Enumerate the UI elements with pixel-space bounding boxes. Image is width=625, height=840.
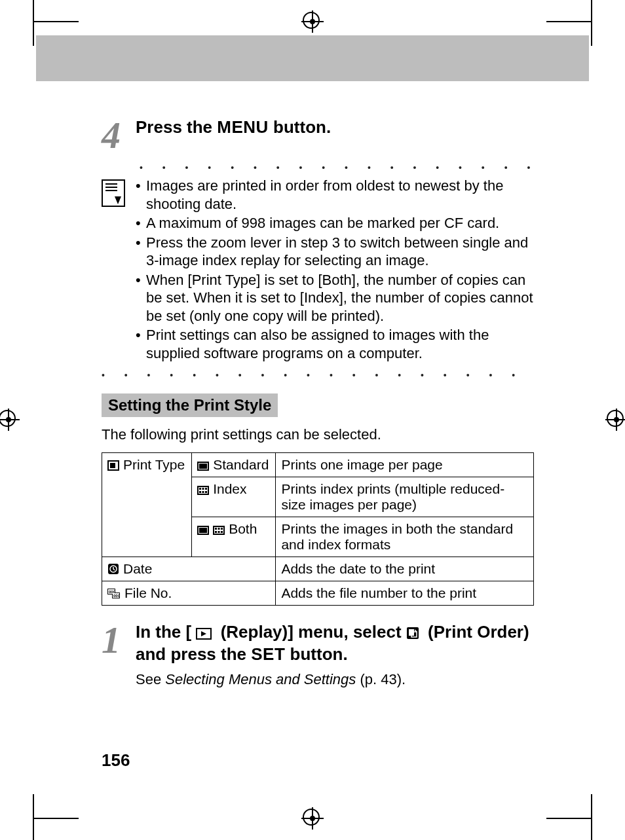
table-row: Date Adds the date to the print: [102, 557, 534, 581]
note-item: When [Print Type] is set to [Both], the …: [136, 271, 534, 325]
registration-target-left: [0, 409, 20, 431]
cell-both: Both: [192, 517, 276, 557]
standard-icon: [197, 462, 209, 471]
svg-rect-12: [199, 528, 207, 533]
svg-rect-1: [110, 463, 115, 468]
cell-fileno: 000000 File No.: [102, 581, 276, 606]
cell-index: Index: [192, 477, 276, 517]
step-4-text: Press the MENU button.: [136, 117, 534, 139]
note-item: Print settings can also be assigned to i…: [136, 326, 534, 362]
section-intro: The following print settings can be sele…: [102, 426, 534, 443]
note-list: Images are printed in order from oldest …: [136, 177, 534, 363]
svg-rect-16: [221, 528, 223, 530]
svg-rect-31: [409, 629, 414, 636]
standard-icon: [197, 526, 209, 535]
cell-both-desc: Prints the images in both the standard a…: [276, 517, 534, 557]
table-row: Print Type Standard Prints one image per…: [102, 453, 534, 477]
svg-rect-15: [218, 528, 220, 530]
note-item: A maximum of 998 images can be marked pe…: [136, 214, 534, 232]
svg-rect-18: [218, 531, 220, 533]
svg-rect-10: [205, 491, 207, 493]
svg-rect-6: [202, 488, 204, 490]
svg-rect-14: [215, 528, 217, 530]
cell-date: Date: [102, 557, 276, 581]
step-1-subtext: See Selecting Menus and Settings (p. 43)…: [136, 671, 534, 688]
step-number-1: 1: [102, 625, 128, 655]
note-item: Press the zoom lever in step 3 to switch…: [136, 234, 534, 270]
svg-rect-7: [205, 488, 207, 490]
svg-rect-8: [199, 491, 201, 493]
page-number: 156: [102, 750, 130, 771]
section-title: Setting the Print Style: [102, 393, 278, 417]
step-number-4: 4: [102, 120, 128, 151]
registration-target-top: [301, 10, 324, 33]
cell-standard-desc: Prints one image per page: [276, 453, 534, 477]
cell-fileno-desc: Adds the file number to the print: [276, 581, 534, 606]
index-icon: [213, 526, 225, 535]
date-icon: [107, 563, 119, 575]
cell-standard: Standard: [192, 453, 276, 477]
note-item: Images are printed in order from oldest …: [136, 177, 534, 213]
svg-rect-9: [202, 491, 204, 493]
print-type-icon: [107, 460, 119, 471]
print-settings-table: Print Type Standard Prints one image per…: [102, 452, 534, 606]
table-row: 000000 File No. Adds the file number to …: [102, 581, 534, 606]
svg-rect-13: [214, 526, 224, 534]
index-icon: [197, 486, 209, 495]
replay-icon: [196, 628, 212, 640]
step-1-text: In the [ (Replay)] menu, select (Print O…: [136, 621, 534, 666]
svg-rect-19: [221, 531, 223, 533]
registration-target-right: [605, 409, 625, 431]
file-no-icon: 000000: [107, 589, 121, 599]
print-order-icon: [406, 627, 419, 640]
cell-date-desc: Adds the date to the print: [276, 557, 534, 581]
svg-rect-4: [198, 486, 208, 494]
step-4: 4 Press the MENU button.: [102, 117, 534, 151]
registration-target-bottom: [301, 807, 324, 830]
svg-rect-5: [199, 488, 201, 490]
svg-rect-3: [199, 464, 207, 469]
header-banner: [36, 35, 589, 81]
cell-print-type: Print Type: [102, 453, 192, 557]
set-label: SET: [251, 644, 285, 664]
svg-marker-29: [201, 631, 206, 636]
svg-text:000: 000: [113, 594, 121, 598]
svg-rect-17: [215, 531, 217, 533]
cell-index-desc: Prints index prints (multiple reduced-si…: [276, 477, 534, 517]
divider-dots-top: • • • • • • • • • • • • • • • • • • • • …: [140, 162, 534, 173]
step-1: 1 In the [ (Replay)] menu, select (Print…: [102, 621, 534, 666]
note-icon: [102, 179, 125, 207]
divider-dots-bottom: • • • • • • • • • • • • • • • • • • • • …: [102, 370, 534, 380]
menu-label: MENU: [217, 117, 269, 137]
